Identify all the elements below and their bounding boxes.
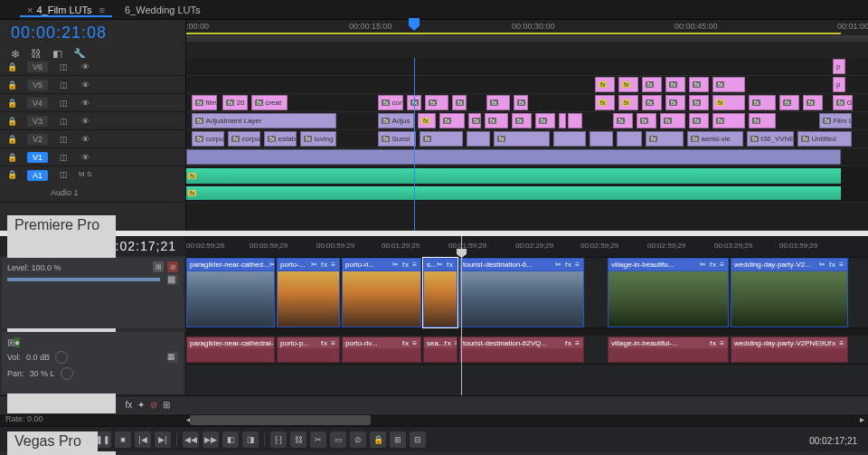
clip[interactable] [749,95,776,110]
clip[interactable] [494,131,550,147]
clip[interactable]: p [833,59,845,74]
clip[interactable] [467,131,490,147]
clip-tools[interactable]: fx ≡ [445,339,457,347]
audio-track-header[interactable]: ⊞● Vol:0.0 dB▦ Pan:30 % L [2,332,184,393]
video-clip[interactable]: s...✂ fx ≡ [423,258,458,327]
jump-start-button[interactable]: |◀ [135,431,151,448]
audio-clip[interactable]: village-in-beautiful-...fx ≡ [608,337,729,363]
pan-knob[interactable] [61,367,73,380]
clip[interactable]: Sunsi [378,131,416,147]
clip[interactable] [186,149,841,165]
zoom-bar[interactable] [186,36,868,42]
lock-icon[interactable]: 🔒 [5,170,18,179]
clip[interactable] [559,113,566,128]
lock-button[interactable]: 🔒 [370,431,386,448]
clip-tools[interactable]: ✂ fx ≡ [437,261,457,269]
clip[interactable] [420,131,463,147]
lock-icon[interactable]: 🔒 [5,99,18,108]
horizontal-scrollbar[interactable]: Rate: 0.00 ◂ ▸ [0,413,868,426]
clip[interactable] [617,131,642,147]
clip[interactable]: loving [300,131,336,147]
clip-tools[interactable]: ✂ fx ≡ [700,261,725,269]
sync-icon[interactable]: ◫ [57,135,70,144]
clip[interactable] [485,113,508,128]
unlink-button[interactable]: ⊘ [350,431,366,448]
clip[interactable] [689,77,709,92]
clip[interactable] [665,77,685,92]
clip[interactable] [779,95,799,110]
playhead-indicator[interactable] [409,18,420,31]
video-track-header[interactable]: ⊞⊘ Level: 100.0 % ▦ [2,258,184,328]
clip[interactable] [553,131,586,147]
track-sync-icon[interactable]: ⊞ [7,337,14,347]
clip[interactable]: creat [251,95,288,110]
snap1-button[interactable]: ⊞ [390,431,406,448]
vegas-playhead[interactable] [461,236,462,395]
clip[interactable] [512,113,532,128]
lock-icon[interactable]: 🔒 [5,135,18,144]
clip[interactable] [618,77,638,92]
settings-icon[interactable]: ⊞ [163,400,170,410]
track-label[interactable]: A1 [27,170,48,181]
lock-icon[interactable]: 🔒 [5,62,18,71]
prev-button[interactable]: ◀◀ [183,431,199,448]
audio-clip[interactable]: wedding-day-party-V2PNE9Ufx ≡ [731,337,848,363]
tab-film-luts[interactable]: ×4_Film LUTs≡ [25,5,107,15]
track-sync-icon[interactable]: ⊞ [153,261,164,272]
clip[interactable] [514,95,528,110]
timeline-row[interactable]: corpocorpoestablovingSunsiaerial-viet36_… [186,130,868,148]
sync-icon[interactable]: ◫ [57,170,70,179]
clip[interactable] [468,113,481,128]
clip[interactable]: Adjus [378,113,414,128]
clip[interactable] [425,95,448,110]
clip[interactable]: Grap [833,95,853,110]
video-clip[interactable]: porto-...✂ fx ≡ [277,258,340,327]
clip[interactable]: corpo [228,131,260,147]
clip[interactable] [712,113,745,128]
clip-tools[interactable]: ✂ fx ≡ [555,261,580,269]
timeline-row[interactable] [186,148,868,166]
audio-clip[interactable]: paraglider-near-cathedral-...fx ≡ [186,337,275,363]
clip[interactable] [613,113,633,128]
jump-end-button[interactable]: ▶| [155,431,171,448]
work-area-bar[interactable] [186,33,841,34]
next-button[interactable]: ▶▶ [203,431,219,448]
timeline-row[interactable]: Adjustment LayerAdjusFilm L [186,112,868,130]
tab-wedding-luts[interactable]: 6_Wedding LUTs [123,5,203,15]
sync-icon[interactable]: ◫ [57,99,70,108]
snap2-button[interactable]: ⊟ [410,431,426,448]
clip[interactable] [535,113,555,128]
lock-icon[interactable]: 🔒 [5,117,18,126]
clip[interactable] [712,77,745,92]
slider-handle-icon[interactable]: ▦ [167,352,178,363]
clip[interactable]: aerial-vie [687,131,743,147]
track-header-v2[interactable]: 🔒 V2 ◫ 👁 [0,130,185,148]
clip[interactable] [439,113,465,128]
motion-icon[interactable]: ✦ [137,400,145,410]
track-fx-disabled-icon[interactable]: ⊘ [167,261,178,272]
scrollbar-thumb[interactable] [190,415,371,425]
track-label[interactable]: V1 [27,152,48,163]
audio-clip[interactable]: sea...fx ≡ [423,337,458,363]
clip-button[interactable]: ▭ [330,431,346,448]
track-label[interactable]: V6 [27,62,48,72]
track-header-v4[interactable]: 🔒 V4 ◫ 👁 [0,94,185,112]
clip[interactable] [568,113,582,128]
video-clip[interactable]: village-in-beautifu...✂ fx ≡ [608,258,729,327]
track-header-a1[interactable]: 🔒 A1 ◫ M SAudio 1 [0,166,185,203]
volume-knob[interactable] [55,351,68,364]
clip-tools[interactable]: fx ≡ [402,339,418,347]
clip[interactable] [595,95,615,110]
visibility-icon[interactable]: 👁 [79,117,91,126]
stop-button[interactable]: ■ [115,431,131,448]
clip[interactable]: Untitled [797,131,852,147]
clip[interactable] [689,95,709,110]
sync-icon[interactable]: ◫ [57,81,70,90]
clip[interactable] [486,95,510,110]
sync-icon[interactable]: ◫ [57,153,70,162]
audio-clip[interactable]: porto-riv...fx ≡ [342,337,421,363]
video-clip[interactable]: porto-ri...✂ fx ≡ [342,258,421,327]
clip-tools[interactable]: fx ≡ [829,339,844,347]
track-header-v6[interactable]: 🔒 V6 ◫ 👁 [0,58,185,76]
video-clip[interactable]: wedding-day-party-V2...✂ fx ≡ [731,258,848,327]
